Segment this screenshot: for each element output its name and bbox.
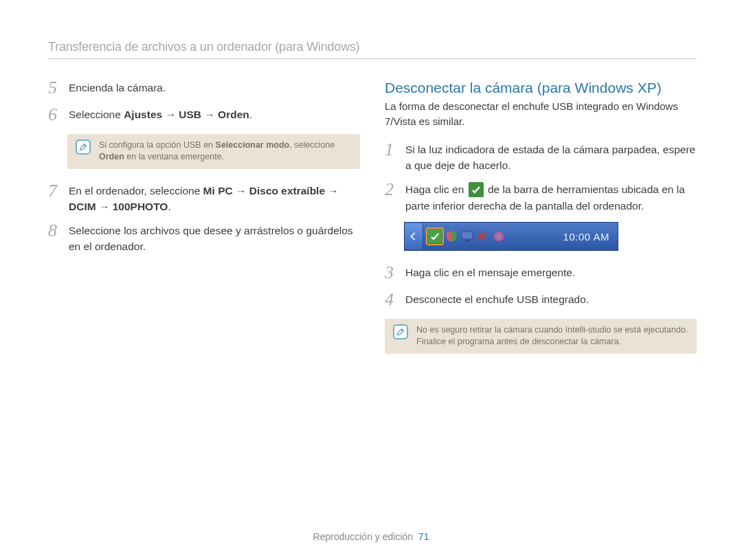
r-step-1: 1 Si la luz indicadora de estada de la c… <box>385 142 697 174</box>
step-text: Haga clic en de la barra de herramientas… <box>405 181 697 214</box>
step-text: En el ordenador, seleccione Mi PC → Disc… <box>69 183 360 215</box>
note-mid: , seleccione <box>289 140 335 150</box>
footer-section: Reproducción y edición <box>313 531 414 542</box>
step-number: 6 <box>48 105 65 124</box>
step-7: 7 En el ordenador, seleccione Mi PC → Di… <box>48 183 360 215</box>
two-column-layout: 5 Encienda la cámara. 6 Seleccione Ajust… <box>48 80 697 368</box>
step-number: 1 <box>385 140 401 159</box>
step-6-bold: Ajustes → USB → Orden <box>124 109 249 120</box>
page-header: Transferencia de archivos a un ordenador… <box>48 40 697 59</box>
tray-app-icon <box>492 229 506 243</box>
step-text: Haga clic en el mensaje emergente. <box>405 265 697 280</box>
note-pre: Si configura la opción USB en <box>99 140 216 150</box>
footer-page-number: 71 <box>418 531 429 542</box>
step-text: Encienda la cámara. <box>69 80 360 96</box>
step-number: 4 <box>385 290 401 309</box>
note-b2: Orden <box>99 152 124 161</box>
note-text: Si configura la opción USB en Selecciona… <box>99 139 352 164</box>
note-b1: Seleccionar modo <box>216 140 290 150</box>
r-step-4: 4 Desconecte el enchufe USB integrado. <box>385 291 697 310</box>
section-intro: La forma de desconectar el enchufe USB i… <box>385 99 697 129</box>
note-box-usb: Si configura la opción USB en Selecciona… <box>67 134 360 169</box>
note-icon <box>76 139 91 155</box>
r-step-3: 3 Haga clic en el mensaje emergente. <box>385 265 697 283</box>
step-number: 2 <box>385 180 401 199</box>
step-6-prefix: Seleccione <box>69 109 124 120</box>
chevron-left-icon <box>409 232 418 241</box>
safely-remove-icon <box>469 182 484 197</box>
taskbar-expand-arrow <box>405 223 423 249</box>
svg-point-5 <box>497 234 501 238</box>
svg-rect-3 <box>465 240 469 241</box>
step-text: Seleccione Ajustes → USB → Orden. <box>69 107 360 122</box>
tray-safely-remove-icon <box>427 229 442 244</box>
step-text: Seleccione los archivos que desee y arrá… <box>69 223 360 255</box>
step-number: 3 <box>385 263 401 282</box>
note-safety-line1: No es seguro retirar la cámara cuando In… <box>416 325 688 335</box>
step-6-suffix: . <box>249 109 252 120</box>
note-icon <box>393 324 408 339</box>
step-5: 5 Encienda la cámara. <box>48 80 360 98</box>
step-number: 5 <box>48 78 65 97</box>
note-safety-line2: Finalice el programa antes de desconecta… <box>416 337 621 346</box>
step-text: Si la luz indicadora de estada de la cám… <box>405 142 697 174</box>
taskbar-screenshot: 10:00 AM <box>404 222 618 251</box>
left-column: 5 Encienda la cámara. 6 Seleccione Ajust… <box>48 80 360 368</box>
pencil-icon <box>78 142 88 152</box>
step-7-suffix: . <box>168 201 170 212</box>
step-number: 7 <box>48 181 65 200</box>
tray-shield-icon <box>445 229 458 243</box>
note-text: No es seguro retirar la cámara cuando In… <box>416 324 688 348</box>
header-title: Transferencia de archivos a un ordenador… <box>48 40 360 54</box>
note-box-safety: No es seguro retirar la cámara cuando In… <box>385 319 697 354</box>
page-footer: Reproducción y edición 71 <box>0 531 742 542</box>
right-column: Desconectar la cámara (para Windows XP) … <box>385 80 697 368</box>
taskbar-clock: 10:00 AM <box>563 231 618 243</box>
r-step-2-pre: Haga clic en <box>405 183 467 195</box>
tray-monitor-icon <box>460 229 474 243</box>
tray-volume-icon <box>476 229 490 243</box>
step-7-prefix: En el ordenador, seleccione <box>69 185 203 197</box>
svg-rect-2 <box>462 232 473 239</box>
step-6: 6 Seleccione Ajustes → USB → Orden. <box>48 107 360 125</box>
step-number: 8 <box>48 221 65 240</box>
pencil-icon <box>396 327 405 337</box>
note-post: en la ventana emergente. <box>124 152 224 161</box>
tray-icons <box>423 229 510 244</box>
step-8: 8 Seleccione los archivos que desee y ar… <box>48 223 360 255</box>
svg-rect-1 <box>428 229 442 243</box>
step-text: Desconecte el enchufe USB integrado. <box>405 291 697 307</box>
section-title: Desconectar la cámara (para Windows XP) <box>385 80 697 96</box>
r-step-2: 2 Haga clic en de la barra de herramient… <box>385 181 697 214</box>
